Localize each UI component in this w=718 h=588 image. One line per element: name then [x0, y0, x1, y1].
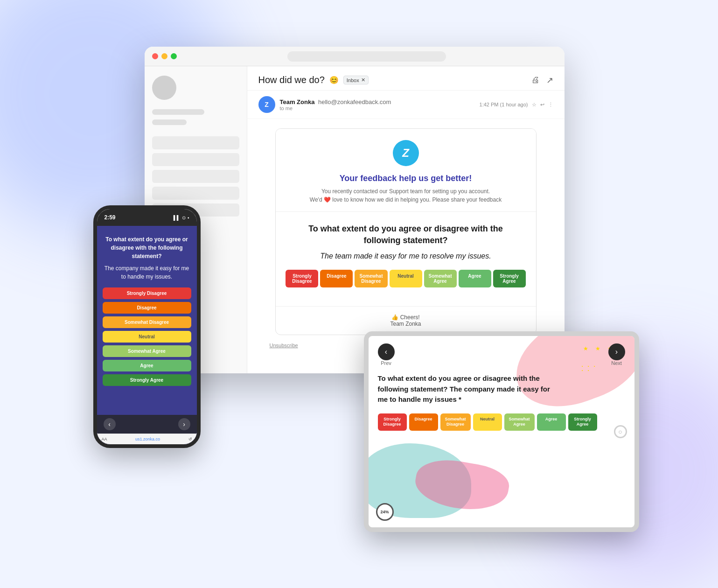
survey-question-sub: The team made it easy for me to resolve …: [285, 252, 527, 260]
phone-body: To what extent do you agree or disagree …: [97, 226, 197, 444]
tablet-prev-label: Prev: [378, 360, 395, 366]
refresh-icon[interactable]: ↺: [188, 437, 192, 441]
tablet: ★ ★ ★ • • •• • ‹ Prev › Next To what ext…: [364, 331, 639, 532]
url-bar[interactable]: [287, 51, 446, 62]
phone-option-strongly-disagree[interactable]: Strongly Disagree: [103, 287, 191, 299]
email-layout: How did we do? 😊 Inbox ✕ 🖨 ↗ Z: [145, 66, 565, 373]
email-card-body: To what extent do you agree or disagree …: [276, 212, 536, 306]
thumbs-up-icon: 👍: [391, 314, 400, 321]
phone-option-somewhat-disagree[interactable]: Somewhat Disagree: [103, 316, 191, 328]
tablet-screen: ★ ★ ★ • • •• • ‹ Prev › Next To what ext…: [369, 336, 634, 527]
sender-to-text: to me: [280, 105, 475, 111]
phone-option-somewhat-agree[interactable]: Somewhat Agree: [103, 345, 191, 357]
mobile-phone: 2:59 ▌▌ ⊙ ▪ To what extent do you agree …: [93, 205, 201, 448]
sidebar-placeholder-1: [152, 109, 204, 115]
likert-strongly-disagree[interactable]: StronglyDisagree: [286, 270, 318, 287]
external-link-icon[interactable]: ↗: [546, 75, 553, 85]
close-button[interactable]: [152, 53, 158, 59]
email-time: 1:42 PM (1 hour ago): [480, 102, 528, 107]
tablet-likert: StronglyDisagree Disagree SomewhatDisagr…: [378, 413, 625, 431]
phone-option-agree[interactable]: Agree: [103, 360, 191, 371]
tablet-nav: ‹ Prev › Next: [378, 343, 625, 366]
phone-question-sub: The company made it easy for me to handl…: [104, 264, 190, 281]
browser-url[interactable]: us1.zonka.co: [110, 437, 186, 441]
tablet-next-button[interactable]: ›: [608, 343, 625, 360]
desktop-window: How did we do? 😊 Inbox ✕ 🖨 ↗ Z: [145, 47, 565, 373]
sender-avatar: Z: [258, 96, 275, 113]
tablet-somewhat-disagree[interactable]: SomewhatDisagree: [440, 413, 471, 431]
likert-neutral[interactable]: Neutral: [390, 270, 422, 287]
phone-next-button[interactable]: ›: [178, 418, 190, 430]
tablet-scroll-indicator: ○: [614, 425, 627, 438]
signal-icon: ▌▌: [174, 215, 180, 220]
sidebar-item-1[interactable]: [152, 136, 239, 149]
phone-question: To what extent do you agree or disagree …: [97, 226, 197, 287]
phone-option-neutral[interactable]: Neutral: [103, 331, 191, 343]
email-header-actions: 🖨 ↗: [531, 75, 553, 85]
tablet-next-label: Next: [608, 360, 625, 366]
scene: How did we do? 😊 Inbox ✕ 🖨 ↗ Z: [79, 37, 639, 551]
footer-team: Team Zonka: [390, 321, 421, 327]
close-badge-icon[interactable]: ✕: [361, 77, 365, 83]
likert-somewhat-disagree[interactable]: SomewhatDisagree: [355, 270, 387, 287]
phone-options: Strongly Disagree Disagree Somewhat Disa…: [97, 287, 197, 415]
tablet-progress: 24%: [376, 503, 394, 521]
email-main: How did we do? 😊 Inbox ✕ 🖨 ↗ Z: [247, 66, 565, 373]
tablet-disagree[interactable]: Disagree: [409, 413, 438, 431]
sidebar-item-3[interactable]: [152, 170, 239, 183]
likert-agree[interactable]: Agree: [459, 270, 491, 287]
likert-somewhat-agree[interactable]: SomewhatAgree: [424, 270, 457, 287]
zonka-logo: Z: [393, 140, 419, 166]
phone-status-icons: ▌▌ ⊙ ▪: [174, 215, 189, 220]
email-footer: 👍 Cheers! Team Zonka: [276, 306, 536, 335]
tablet-question: To what extent do you agree or disagree …: [378, 373, 555, 405]
font-size-label: AA: [102, 437, 107, 441]
phone-option-strongly-agree[interactable]: Strongly Agree: [103, 374, 191, 386]
sender-email-text: hello@zonkafeedback.com: [318, 98, 391, 105]
inbox-badge[interactable]: Inbox ✕: [343, 76, 369, 84]
phone-option-disagree[interactable]: Disagree: [103, 302, 191, 314]
sender-info: Team Zonka hello@zonkafeedback.com to me: [280, 98, 475, 111]
sender-row: Z Team Zonka hello@zonkafeedback.com to …: [247, 91, 565, 119]
tablet-prev-button[interactable]: ‹: [378, 343, 395, 360]
email-card: Z Your feedback help us get better! You …: [275, 128, 537, 335]
reply-icon[interactable]: ↩: [540, 102, 544, 108]
sidebar-item-4[interactable]: [152, 187, 239, 200]
sender-meta: 1:42 PM (1 hour ago) ☆ ↩ ⋮: [480, 102, 553, 108]
inbox-label: Inbox: [347, 77, 359, 83]
progress-text: 24%: [380, 510, 389, 514]
progress-circle: 24%: [376, 503, 394, 521]
tablet-next-group: › Next: [608, 343, 625, 366]
email-card-header: Z Your feedback help us get better! You …: [276, 129, 536, 212]
tablet-somewhat-agree[interactable]: SomewhatAgree: [504, 413, 535, 431]
maximize-button[interactable]: [171, 53, 177, 59]
more-icon[interactable]: ⋮: [548, 102, 553, 108]
tablet-prev-group: ‹ Prev: [378, 343, 395, 366]
email-header: How did we do? 😊 Inbox ✕ 🖨 ↗: [247, 66, 565, 91]
print-icon[interactable]: 🖨: [531, 75, 540, 85]
phone-nav: ‹ ›: [97, 415, 197, 434]
tablet-strongly-disagree[interactable]: StronglyDisagree: [378, 413, 407, 431]
window-titlebar: [145, 47, 565, 66]
wifi-icon: ⊙: [182, 215, 186, 220]
tablet-strongly-agree[interactable]: StronglyAgree: [568, 413, 597, 431]
tablet-content: ‹ Prev › Next To what extent do you agre…: [369, 336, 634, 527]
tablet-neutral[interactable]: Neutral: [473, 413, 502, 431]
footer-cheers: Cheers!: [400, 314, 420, 321]
minimize-button[interactable]: [161, 53, 167, 59]
feedback-title: Your feedback help us get better!: [285, 174, 527, 183]
emoji-icon: 😊: [329, 76, 339, 84]
sidebar-item-2[interactable]: [152, 153, 239, 166]
phone-notch: 2:59 ▌▌ ⊙ ▪: [97, 209, 197, 226]
tablet-agree[interactable]: Agree: [537, 413, 566, 431]
phone-prev-button[interactable]: ‹: [104, 418, 116, 430]
feedback-subtitle-2: We'd ❤️ love to know how we did in helpi…: [285, 196, 527, 204]
likert-strongly-agree[interactable]: StronglyAgree: [493, 270, 526, 287]
phone-time: 2:59: [105, 214, 116, 221]
phone-question-main: To what extent do you agree or disagree …: [104, 235, 190, 260]
likert-disagree[interactable]: Disagree: [320, 270, 353, 287]
star-icon[interactable]: ☆: [532, 102, 537, 108]
likert-scale: StronglyDisagree Disagree SomewhatDisagr…: [285, 270, 527, 287]
email-subject-line: How did we do? 😊 Inbox ✕: [258, 75, 369, 85]
email-subject: How did we do?: [258, 75, 325, 85]
